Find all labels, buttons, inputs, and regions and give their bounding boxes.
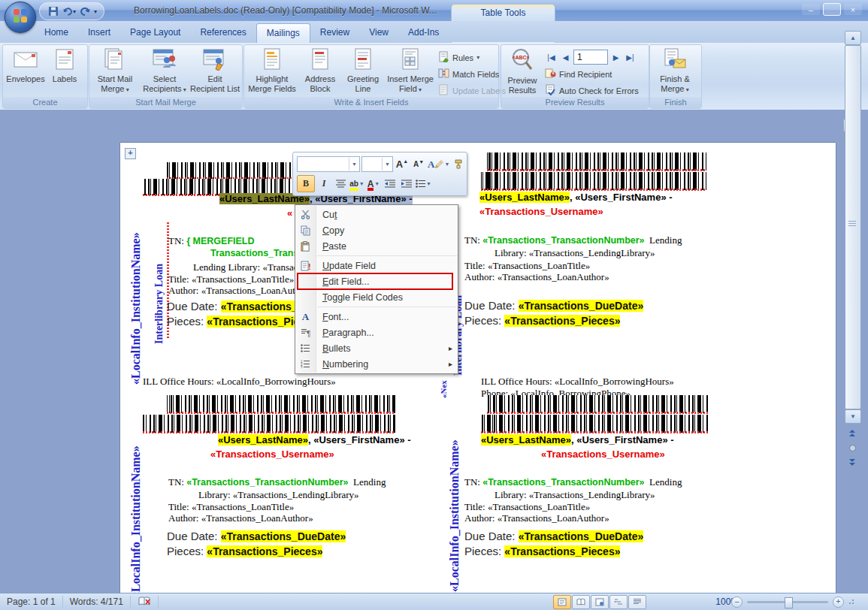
menu-item-paste[interactable]: Paste (295, 238, 458, 254)
tab-home[interactable]: Home (35, 23, 78, 43)
office-hours-line[interactable]: ILL Office Hours: «LocalInfo_BorrowingHo… (143, 376, 395, 388)
author-line[interactable]: Author: «Transactions_LoanAuthor» (168, 285, 313, 297)
rules-button[interactable]: Rules (438, 51, 479, 64)
increase-indent-button[interactable] (399, 176, 414, 192)
menu-item-edit-field[interactable]: Edit Field... (295, 273, 458, 289)
undo-button[interactable]: ▾ (62, 5, 76, 18)
customize-qat-dropdown-icon[interactable]: ▾ (94, 8, 97, 15)
start-mail-merge-button[interactable]: Start Mail Merge (91, 48, 139, 95)
last-record-button[interactable]: ▶| (624, 51, 637, 64)
font-color-button[interactable]: A▼ (366, 176, 381, 192)
office-hours-line[interactable]: ILL Office Hours: «LocalInfo_BorrowingHo… (481, 376, 709, 388)
author-line[interactable]: Author: «Transactions_LoanAuthor» (464, 512, 609, 524)
preview-results-button[interactable]: «ABC» Preview Results (503, 48, 542, 95)
edit-recipient-list-button[interactable]: Edit Recipient List (189, 48, 241, 94)
word-count-indicator[interactable]: Words: 4/171 (63, 596, 131, 608)
finish-merge-button[interactable]: Finish & Merge (653, 48, 697, 95)
menu-item-update-field[interactable]: ! Update Field (295, 258, 458, 273)
scroll-up-button[interactable]: ▲ (845, 31, 861, 45)
decrease-indent-button[interactable] (383, 176, 398, 192)
menu-item-paragraph[interactable]: ¶ Paragraph... (295, 325, 458, 340)
name-line[interactable]: «Users_LastName», «Users_FirstName» - (481, 434, 714, 445)
font-size-combo[interactable]: ▼ (361, 156, 393, 172)
tab-references[interactable]: References (190, 23, 256, 43)
pieces-line[interactable]: Pieces: «Transactions_Pieces» (464, 314, 620, 328)
minimize-button[interactable]: – (802, 4, 820, 15)
title-line[interactable]: Title: «Transactions_LoanTitle» (464, 501, 590, 513)
due-date-line[interactable]: Due Date: «Transactions_DueDate» (464, 299, 643, 313)
menu-item-cut[interactable]: Cut (295, 207, 458, 222)
scroll-down-button[interactable]: ▼ (845, 409, 861, 424)
web-layout-view-button[interactable] (591, 595, 609, 609)
due-date-line[interactable]: Due Date: «Transactions_DueDate» (167, 530, 346, 543)
quick-styles-button[interactable]: A🖉▼ (428, 156, 449, 172)
menu-item-copy[interactable]: Copy (295, 222, 458, 238)
username-line[interactable]: «Transactions_Username» (541, 448, 809, 460)
select-recipients-button[interactable]: Select Recipients (141, 48, 189, 95)
find-recipient-button[interactable]: Find Recipient (545, 68, 612, 80)
next-page-button[interactable] (845, 456, 860, 469)
tn-field-code-line[interactable]: TN: { MERGEFIELD (168, 235, 255, 247)
zoom-thumb[interactable] (785, 597, 793, 608)
bullets-button[interactable]: ▼ (416, 176, 431, 192)
office-button[interactable] (5, 2, 36, 33)
title-line[interactable]: Title: «Transactions_LoanTitle» (168, 501, 294, 513)
resize-grip[interactable] (848, 599, 854, 605)
tn-line[interactable]: TN: «Transactions_TransactionNumber» Len… (464, 234, 682, 246)
pieces-line[interactable]: Pieces: «Transactions_Pieces» (167, 545, 322, 558)
match-fields-button[interactable]: Match Fields (438, 68, 499, 80)
highlight-merge-fields-button[interactable]: Highlight Merge Fields (246, 48, 298, 94)
labels-button[interactable]: Labels (47, 48, 83, 84)
library-line[interactable]: Library: «Transactions_LendingLibrary» (198, 489, 359, 501)
auto-check-errors-button[interactable]: Auto Check for Errors (545, 84, 639, 97)
greeting-line-button[interactable]: Greeting Line (342, 48, 384, 94)
tn-line[interactable]: TN: «Transactions_TransactionNumber» Len… (464, 476, 682, 488)
tab-add-ins[interactable]: Add-Ins (398, 23, 449, 43)
menu-item-font[interactable]: A Font... (295, 309, 458, 325)
format-painter-button[interactable] (451, 156, 466, 172)
name-line[interactable]: «Users_LastName», «Users_FirstName» - (479, 192, 706, 203)
pieces-line[interactable]: Pieces: «Transactions_Pieces» (464, 545, 620, 558)
italic-button[interactable]: I (316, 176, 331, 192)
zoom-track[interactable] (747, 601, 828, 603)
title-line[interactable]: Title: «Transactions_LoanTitle» (168, 273, 294, 285)
zoom-in-button[interactable]: + (833, 596, 844, 608)
name-line[interactable]: «Users_LastName», «Users_FirstName» - (218, 434, 411, 445)
close-button[interactable]: × (844, 4, 862, 15)
username-line[interactable]: «Transactions_Username» (210, 448, 430, 460)
full-screen-reading-view-button[interactable] (572, 595, 590, 609)
tab-mailings[interactable]: Mailings (256, 23, 310, 44)
record-number-input[interactable]: 1 (573, 50, 608, 65)
zoom-out-button[interactable]: – (731, 596, 742, 608)
tab-page-layout[interactable]: Page Layout (120, 23, 190, 43)
scrollbar-thumb[interactable] (845, 45, 861, 409)
tab-review[interactable]: Review (310, 23, 359, 43)
library-line[interactable]: Library: «Transactions_LendingLibrary» (494, 247, 655, 259)
shrink-font-button[interactable]: A▼ (411, 156, 426, 172)
tab-insert[interactable]: Insert (78, 23, 120, 43)
draft-view-button[interactable] (628, 595, 646, 609)
grow-font-button[interactable]: A▲ (395, 156, 410, 172)
username-line[interactable]: «Transactions_Username» (479, 206, 706, 217)
previous-page-button[interactable] (845, 427, 860, 439)
envelopes-button[interactable]: Envelopes (6, 48, 45, 84)
menu-item-toggle-field-codes[interactable]: Toggle Field Codes (295, 289, 458, 305)
print-layout-view-button[interactable] (553, 595, 571, 609)
author-line[interactable]: Author: «Transactions_LoanAuthor» (464, 271, 609, 283)
address-block-button[interactable]: Address Block (300, 48, 340, 94)
center-align-button[interactable] (333, 176, 348, 192)
font-name-combo[interactable]: ▼ (297, 156, 360, 172)
title-line[interactable]: Title: «Transactions_LoanTitle» (464, 260, 590, 272)
previous-record-button[interactable]: ◀ (559, 51, 572, 64)
outline-view-button[interactable] (609, 595, 628, 609)
maximize-button[interactable] (823, 4, 841, 15)
library-line[interactable]: Library: «Transactions_LendingLibrary» (494, 489, 655, 501)
highlight-color-button[interactable]: ab▼ (349, 176, 364, 192)
author-line[interactable]: Author: «Transactions_LoanAuthor» (168, 512, 313, 524)
save-button[interactable] (47, 5, 60, 18)
document-page[interactable]: + «LocalInfo_InstitutionName» Interlibra… (120, 143, 836, 593)
tab-view[interactable]: View (359, 23, 398, 43)
menu-item-numbering[interactable]: 123 Numbering ▸ (295, 356, 458, 372)
bold-button[interactable]: B (297, 175, 315, 192)
insert-merge-field-button[interactable]: Insert Merge Field (386, 48, 435, 95)
